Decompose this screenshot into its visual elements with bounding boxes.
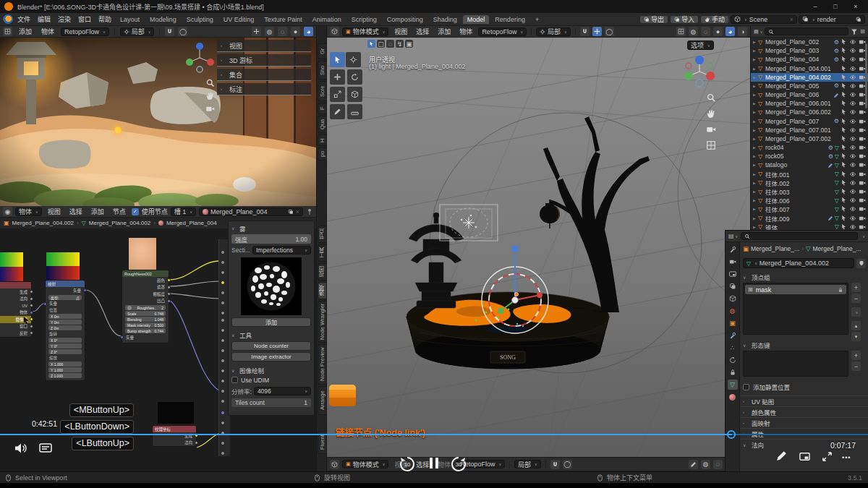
show-overlays-icon[interactable]: ◍ [265,27,274,36]
workspace-tab-texture-paint[interactable]: Texture Paint [260,15,307,24]
manual-button[interactable]: 手动 [700,15,729,24]
tab-h[interactable]: H [318,134,327,146]
tab-node[interactable]: 节点 [318,226,327,243]
outliner-row[interactable]: ▶▽Merged_Plane_007⚙ [751,117,868,126]
snap-magnet-icon[interactable] [580,27,590,36]
mesh-name-field[interactable]: ▽∨Merged_Plane_004.002 [743,258,854,268]
add-button[interactable]: 添加 [231,317,311,327]
selectable-icon[interactable] [841,153,847,159]
properties-search-input[interactable] [741,232,858,240]
eye-icon[interactable] [849,205,856,213]
outliner-row[interactable]: ▶▽Merged_Plane_005⚙ [751,82,868,90]
camera-render-icon[interactable] [859,188,866,195]
selectable-icon[interactable] [841,82,847,89]
outliner-row[interactable]: ▶▽Merged_Plane_003⚙ [751,46,868,55]
tab-tool-icon[interactable] [728,244,738,254]
camera-render-icon[interactable] [859,118,866,125]
proportional-edit-icon[interactable]: ◯ [605,27,614,36]
group-field-mask-intensity[interactable]: Mask intensity0.500 [125,322,166,328]
blender-logo-icon[interactable] [3,14,13,24]
new-collection-icon[interactable]: ⊞ [860,28,865,35]
outliner-row[interactable]: ▶▽rock04⚙▽ [751,143,868,152]
box-select-icon[interactable]: ▢ [377,40,385,48]
copy-icon[interactable] [856,17,861,22]
eye-icon[interactable] [849,108,856,116]
editor-type-icon[interactable] [330,460,339,469]
mode-selector[interactable]: ▣物体模式∨ [342,460,388,468]
eye-icon[interactable] [849,127,856,134]
minimize-button[interactable]: – [807,3,823,10]
sidebar-section-collections[interactable]: ›集合 [217,69,311,81]
viewport-select-menu[interactable]: 选择 [413,27,432,36]
tool-cursor-button[interactable] [346,52,361,67]
workspace-tab-sculpting[interactable]: Sculpting [182,15,218,24]
circle-select-icon[interactable]: ◌ [386,40,394,48]
tab-output-icon[interactable] [728,269,738,279]
strength-slider[interactable]: 强度1.00 [231,234,311,244]
pip-icon[interactable] [799,451,811,462]
sidebar-section-view[interactable]: ›视图 [217,40,311,52]
camera-render-icon[interactable] [859,171,866,178]
selectable-icon[interactable] [841,38,847,45]
selectable-icon[interactable] [841,179,847,186]
selectable-icon[interactable] [841,127,847,133]
exit-fullscreen-icon[interactable] [822,451,833,462]
tab-render-icon[interactable] [728,257,738,267]
tab-view[interactable]: 视图 [318,263,327,281]
tab-qua[interactable]: Qua [318,116,327,133]
workspace-tab-compositing[interactable]: Compositing [383,15,427,24]
uv-maps-section[interactable]: ›UV 贴图 [740,395,868,406]
selectable-icon[interactable] [841,47,847,53]
selectable-icon[interactable] [841,118,847,124]
breadcrumb-mesh[interactable]: Merged_Plane_004.002 [89,220,150,226]
sidebar-section-annotations[interactable]: ›标注 [217,83,311,95]
mode-selector[interactable]: ▣物体模式∨ [342,27,388,36]
outliner-row[interactable]: ▶▽Merged_Plane_007.002 [751,134,868,143]
shape-keys-section[interactable]: 形态键 [752,341,770,349]
editor-type-icon[interactable] [3,27,12,36]
vg-move-down-button[interactable]: ▼ [851,332,861,341]
selectable-icon[interactable] [841,100,847,106]
group-field-blending[interactable]: Blending1.048 [125,317,166,322]
camera-render-icon[interactable] [859,108,866,116]
preview-object-menu[interactable]: 物体 [38,27,57,36]
group-node-header[interactable]: RoughNess002 [122,270,169,277]
vertex-group-item[interactable]: ⊞ mask [745,285,846,294]
copy-icon[interactable] [288,209,294,215]
shading-wireframe-icon[interactable]: ◌ [713,460,723,469]
menu-help[interactable]: 帮助 [95,14,114,24]
shading-rendered-icon[interactable]: ◕ [304,27,313,36]
eye-icon[interactable] [849,56,856,63]
view-layer-selector[interactable]: ∨render [799,15,865,24]
video-progress-played[interactable] [0,434,732,435]
outliner-row[interactable]: ▶▽rock05⚙▽ [751,152,868,160]
shading-solid-icon[interactable]: ● [291,27,300,36]
breadcrumb-object[interactable]: Merged_Plane_... [751,245,799,252]
render-preview-viewport[interactable]: ›视图 ›3D 游标 ›集合 ›标注 [0,38,316,206]
tool-transform-button[interactable] [347,87,362,102]
bottom-node-header[interactable]: 纹理坐标 [153,426,196,432]
tool-scale-button[interactable] [330,87,345,102]
tab-particles-icon[interactable]: ∴ [728,343,738,353]
outliner-row[interactable]: ▶▽Merged_Plane_006 [751,90,868,99]
snap-magnet-icon[interactable] [165,27,174,36]
shield-fake-user-icon[interactable] [856,259,866,268]
vg-move-up-button[interactable]: ▲ [851,321,861,330]
group-image-selector[interactable]: RoughNes..2 [125,305,166,310]
pivot-selector[interactable]: 局部∨ [514,460,541,468]
properties-editor-icon[interactable]: ▤∨ [728,233,738,239]
selectable-icon[interactable] [841,135,847,142]
vg-specials-menu[interactable]: ∨ [851,307,861,317]
menu-window[interactable]: 窗口 [75,14,94,24]
show-overlays-icon[interactable]: ◍ [701,460,710,469]
maximize-button[interactable]: □ [827,3,843,10]
snap-mode-icon[interactable] [592,27,602,36]
camera-render-icon[interactable] [859,215,866,222]
eye-icon[interactable] [849,118,856,125]
viewport-add-menu[interactable]: 添加 [435,27,454,36]
editor-type-icon[interactable]: ◉ [3,207,12,216]
import-button[interactable]: 导入 [670,15,699,24]
imperfections-dropdown[interactable]: Imperfections∨ [252,246,311,254]
outliner-row[interactable]: ▶▽柱体.001▽ [751,170,868,179]
eye-icon[interactable] [849,100,856,107]
